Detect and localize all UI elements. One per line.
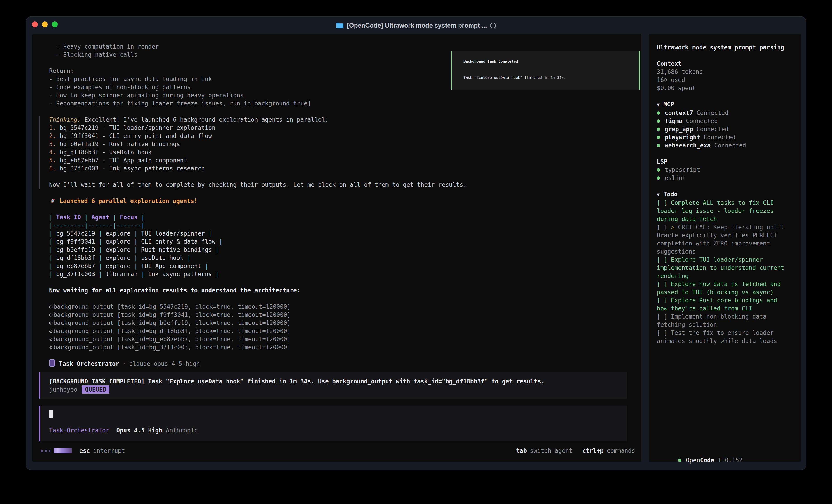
todo-checkbox: [ ]	[657, 199, 668, 206]
thinking-block: Thinking: Excellent! I've launched 6 bac…	[39, 116, 642, 189]
text-cursor[interactable]	[49, 410, 53, 418]
input-agent-model: Opus 4.5 High	[116, 427, 162, 434]
mcp-item: context7Connected	[657, 109, 793, 117]
status-dot-icon	[657, 136, 660, 139]
status-dot-icon	[657, 119, 660, 123]
thinking-item: 6. bg_37f1c003 - Ink async patterns rese…	[40, 164, 642, 172]
background-completed-panel: [BACKGROUND TASK COMPLETED] Task "Explor…	[39, 372, 627, 399]
tool-call-line: ⚙background_output [task_id=bg_eb87ebb7,…	[32, 335, 642, 343]
queued-line: junhoyeoQUEUED	[49, 386, 627, 394]
table-row: |bg_df18bb3f|explore|useData hook|	[32, 254, 642, 262]
tab-key-hint: tab	[516, 447, 527, 455]
esc-key-hint: esc	[79, 447, 90, 455]
gear-icon: ⚙	[49, 336, 53, 342]
mcp-item: playwrightConnected	[657, 133, 793, 141]
status-circle-icon	[490, 23, 496, 28]
todo-item: [ ]Complete ALL tasks to fix CLI loader …	[657, 199, 789, 223]
table-row: |bg_5547c219|explore|TUI loader/spinner|	[32, 229, 642, 237]
mcp-item: websearch_exaConnected	[657, 141, 793, 149]
waiting-architecture-line: Now waiting for all exploration results …	[32, 286, 642, 295]
todo-item: [ ]Explore how data is fetched and passe…	[657, 280, 789, 296]
status-dot-icon	[657, 128, 660, 131]
spinner-dot-icon	[49, 450, 50, 452]
todo-checkbox: [ ]	[657, 224, 668, 230]
context-tokens: 31,686 tokens	[657, 68, 793, 76]
esc-key-label: interrupt	[93, 447, 125, 455]
input-agent-line: Task-OrchestratorOpus 4.5 HighAnthropic	[49, 426, 627, 435]
main-terminal-panel: Background Task Completed Task "Explore …	[32, 34, 642, 461]
toast-body: Task "Explore useData hook" finished in …	[464, 74, 639, 82]
folder-icon	[336, 22, 344, 29]
todo-item: [ ]Explore TUI loader/spinner implementa…	[657, 256, 789, 280]
background-task-toast: Background Task Completed Task "Explore …	[451, 51, 640, 90]
app-version-footer: OpenCode1.0.152	[657, 448, 743, 456]
app-window: [OpenCode] Ultrawork mode system prompt …	[26, 16, 806, 470]
tool-call-line: ⚙background_output [task_id=bg_df18bb3f,…	[32, 327, 642, 335]
gear-icon: ⚙	[49, 303, 53, 310]
todo-checkbox: [ ]	[657, 281, 668, 287]
lsp-heading: LSP	[657, 158, 793, 166]
launch-line: Launched 6 parallel exploration agents!	[32, 197, 642, 205]
agent-banner-name: Task-Orchestrator	[59, 360, 119, 367]
statusbar-right: tabswitch agent ctrl+pcommands	[516, 447, 635, 455]
table-row: |bg_b0effa19|explore|Rust native binding…	[32, 246, 642, 254]
ctrlp-key-hint: ctrl+p	[582, 447, 604, 455]
launch-text: Launched 6 parallel exploration agents!	[59, 197, 198, 205]
agent-banner-model: claude-opus-4-5-high	[129, 360, 200, 367]
status-dot-icon	[657, 144, 660, 147]
session-title: Ultrawork mode system prompt parsing	[657, 44, 793, 52]
todo-item: [ ]Explore Rust core bindings and how th…	[657, 296, 789, 312]
thinking-intro: Excellent! I've launched 6 background ex…	[84, 116, 329, 123]
ctrlp-key-label: commands	[607, 447, 635, 455]
mcp-item: figmaConnected	[657, 117, 793, 125]
transcript-line: - How to keep spinner animating during h…	[32, 91, 642, 100]
gear-icon: ⚙	[49, 319, 53, 326]
thinking-label: Thinking:	[49, 116, 81, 123]
todo-checkbox: [ ]	[657, 313, 668, 320]
thinking-item: 1. bg_5547c219 - TUI loader/spinner expl…	[40, 124, 642, 132]
thinking-item: 5. bg_eb87ebb7 - TUI App main component	[40, 156, 642, 164]
status-dot-icon	[657, 176, 660, 180]
todo-checkbox: [ ]	[657, 297, 668, 304]
agent-banner: Task-Orchestrator·claude-opus-4-5-high	[32, 360, 642, 368]
agent-badge-icon	[49, 360, 55, 367]
queued-badge: QUEUED	[82, 386, 109, 394]
titlebar: [OpenCode] Ultrawork mode system prompt …	[26, 17, 806, 34]
status-dot-icon	[657, 111, 660, 115]
mcp-section-header[interactable]: ▼MCP	[657, 100, 793, 109]
completed-message: [BACKGROUND TASK COMPLETED] Task "Explor…	[49, 377, 627, 386]
todo-item: [ ]⚠CRITICAL: Keep iterating until Oracl…	[657, 223, 789, 256]
transcript-line: - Recommendations for fixing loader free…	[32, 100, 642, 108]
context-heading: Context	[657, 60, 793, 68]
table-header-row: |Task ID|Agent|Focus|	[32, 213, 642, 221]
thinking-item: 2. bg_f9ff3041 - CLI entry point and dat…	[40, 132, 642, 140]
todo-list: [ ]Complete ALL tasks to fix CLI loader …	[657, 199, 789, 345]
lsp-item: eslint	[657, 174, 793, 182]
thinking-item: 3. bg_b0effa19 - Rust native bindings	[40, 140, 642, 148]
gear-icon: ⚙	[49, 328, 53, 334]
input-agent-provider: Anthropic	[166, 427, 198, 434]
todo-section-header[interactable]: ▼Todo	[657, 190, 793, 199]
conversation-transcript: - Heavy computation in render - Blocking…	[32, 34, 642, 461]
chevron-down-icon: ▼	[657, 192, 660, 197]
todo-item: [ ]Test the fix to ensure loader animate…	[657, 329, 789, 345]
rocket-icon	[49, 198, 56, 204]
sidebar-panel: Ultrawork mode system prompt parsing Con…	[649, 34, 801, 461]
statusbar-left: esc interrupt	[41, 447, 125, 455]
input-agent-name: Task-Orchestrator	[49, 427, 109, 434]
table-row: |bg_37f1c003|librarian|Ink async pattern…	[32, 270, 642, 278]
thinking-wait-line: Now I'll wait for all of them to complet…	[40, 180, 642, 189]
table-row: |bg_eb87ebb7|explore|TUI App component|	[32, 262, 642, 270]
spinner-dot-icon	[41, 450, 43, 452]
thinking-item: 4. bg_df18bb3f - useData hook	[40, 148, 642, 156]
chevron-down-icon: ▼	[657, 102, 660, 108]
thinking-intro-line: Thinking: Excellent! I've launched 6 bac…	[40, 116, 642, 124]
spinner-dot-icon	[45, 450, 47, 452]
status-dot-icon	[678, 458, 681, 462]
context-used: 16% used	[657, 76, 793, 84]
mcp-item: grep_appConnected	[657, 125, 793, 133]
status-dot-icon	[657, 168, 660, 172]
todo-checkbox: [ ]	[657, 256, 668, 263]
table-row: |bg_f9ff3041|explore|CLI entry & data fl…	[32, 237, 642, 246]
prompt-input-panel[interactable]: Task-OrchestratorOpus 4.5 HighAnthropic	[39, 405, 627, 441]
